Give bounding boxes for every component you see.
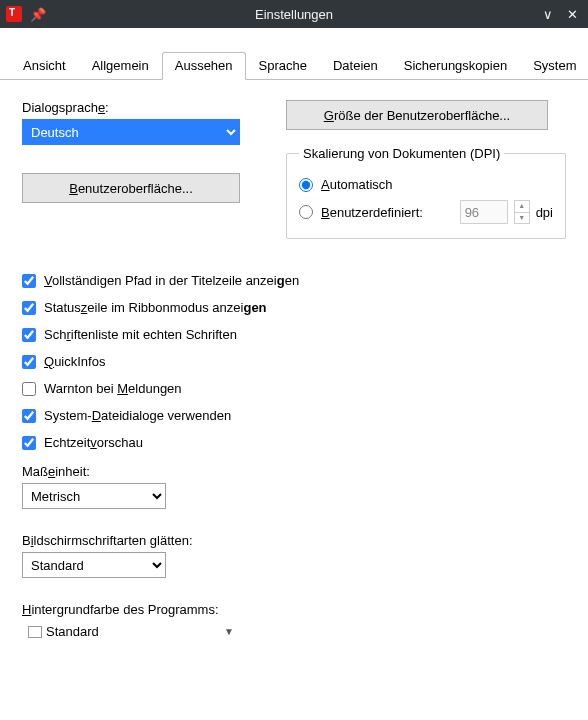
smoothing-select[interactable]: Standard [22,552,166,578]
check-quickinfo[interactable] [22,355,36,369]
dpi-unit-label: dpi [536,205,553,220]
tab-sicherungskopien[interactable]: Sicherungskopien [391,52,520,79]
ui-size-button[interactable]: Größe der Benutzeroberfläche... [286,100,548,130]
tab-ansicht[interactable]: Ansicht [10,52,79,79]
minimize-icon[interactable]: ∨ [543,7,553,22]
tab-sprache[interactable]: Sprache [246,52,320,79]
app-icon [6,6,22,22]
check-quickinfo-label: QuickInfos [44,354,105,369]
check-livepreview[interactable] [22,436,36,450]
dpi-auto-radio[interactable] [299,178,313,192]
unit-select[interactable]: Metrisch [22,483,166,509]
color-swatch-icon [28,626,42,638]
check-beep[interactable] [22,382,36,396]
tab-dateien[interactable]: Dateien [320,52,391,79]
tab-system[interactable]: System [520,52,588,79]
check-fullpath[interactable] [22,274,36,288]
window-title: Einstellungen [0,7,588,22]
tab-bar: Ansicht Allgemein Aussehen Sprache Datei… [0,52,588,80]
pin-icon[interactable]: 📌 [30,7,46,22]
dpi-custom-radio[interactable] [299,205,313,219]
bgcolor-label: Hintergrundfarbe des Programms: [22,602,566,617]
check-livepreview-label: Echtzeitvorschau [44,435,143,450]
dpi-auto-label: Automatisch [321,177,393,192]
dpi-legend: Skalierung von Dokumenten (DPI) [299,146,504,161]
unit-label: Maßeinheit: [22,464,566,479]
check-realfonts[interactable] [22,328,36,342]
check-sysdialogs[interactable] [22,409,36,423]
check-beep-label: Warnton bei Meldungen [44,381,182,396]
check-statusbar[interactable] [22,301,36,315]
tab-allgemein[interactable]: Allgemein [79,52,162,79]
check-realfonts-label: Schriftenliste mit echten Schriften [44,327,237,342]
spin-up-icon: ▲ [515,201,529,213]
user-interface-button[interactable]: Benutzeroberfläche... [22,173,240,203]
dpi-group: Skalierung von Dokumenten (DPI) Automati… [286,146,566,239]
dialog-language-select[interactable]: Deutsch [22,119,240,145]
chevron-down-icon: ▼ [224,626,234,637]
check-fullpath-label: Vollständigen Pfad in der Titelzeile anz… [44,273,299,288]
check-sysdialogs-label: System-Dateidialoge verwenden [44,408,231,423]
spin-down-icon: ▼ [515,213,529,224]
close-icon[interactable]: ✕ [567,7,578,22]
dpi-custom-label: Benutzerdefiniert: [321,205,423,220]
titlebar: 📌 Einstellungen ∨ ✕ [0,0,588,28]
bgcolor-select[interactable]: Standard ▼ [22,621,240,642]
check-statusbar-label: Statuszeile im Ribbonmodus anzeigen [44,300,267,315]
dpi-value-input [460,200,508,224]
smoothing-label: Bildschirmschriftarten glätten: [22,533,566,548]
dpi-spinner: ▲▼ [514,200,530,224]
dialog-language-label: Dialogsprache: [22,100,270,115]
tab-aussehen[interactable]: Aussehen [162,52,246,80]
